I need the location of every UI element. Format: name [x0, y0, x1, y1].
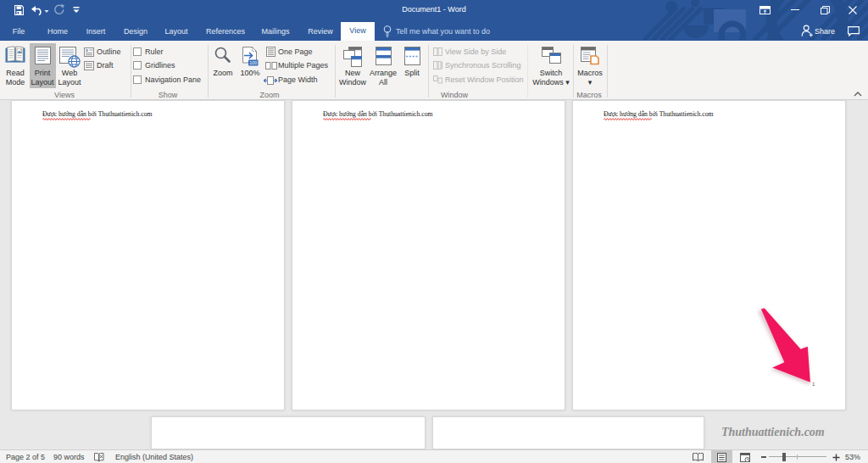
svg-text:100: 100	[249, 60, 257, 65]
